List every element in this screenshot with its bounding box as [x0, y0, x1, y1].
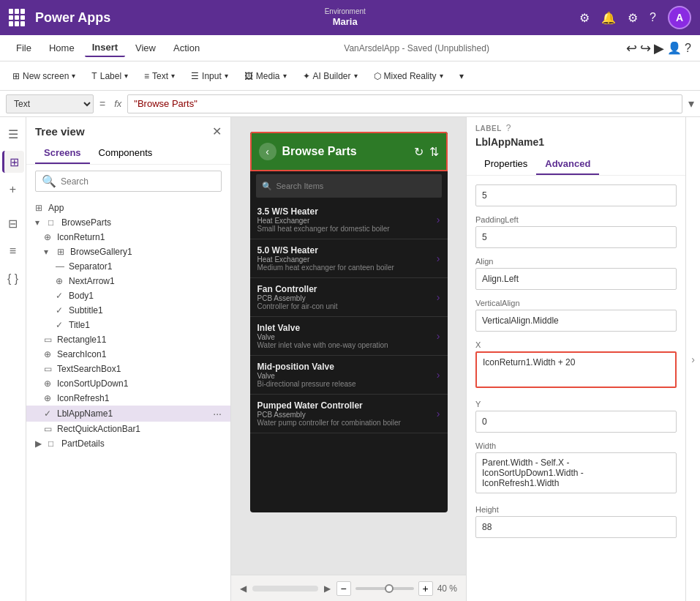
- text-button[interactable]: ≡ Text ▾: [138, 67, 181, 85]
- tree-item-searchicon1[interactable]: ⊕ SearchIcon1: [26, 347, 230, 362]
- phone-search-bar[interactable]: 🔍 Search Items: [256, 174, 442, 198]
- prop-x-input[interactable]: IconReturn1.Width + 20: [475, 351, 677, 388]
- more-toolbar-button[interactable]: ▾: [453, 67, 470, 85]
- tree-item-nextarrow1[interactable]: ⊕ NextArrow1: [26, 274, 230, 288]
- formula-selector[interactable]: Text: [6, 94, 94, 113]
- play-icon[interactable]: ▶: [654, 40, 664, 56]
- tree-item-iconrefresh1[interactable]: ⊕ IconRefresh1: [26, 391, 230, 406]
- input-caret: ▾: [225, 72, 228, 80]
- help-icon[interactable]: ?: [650, 11, 656, 24]
- scroll-right-icon[interactable]: ▶: [324, 583, 331, 594]
- mixed-reality-button[interactable]: ⬡ Mixed Reality ▾: [367, 67, 450, 85]
- zoom-out-button[interactable]: −: [336, 581, 351, 596]
- tree-item-title1[interactable]: ✓ Title1: [26, 318, 230, 332]
- prop-paddingleft-label: PaddingLeft: [475, 215, 677, 224]
- sidebar-menu-icon[interactable]: ☰: [2, 123, 24, 145]
- menu-home[interactable]: Home: [42, 40, 82, 56]
- menu-view[interactable]: View: [128, 40, 163, 56]
- iconreturn-icon: ⊕: [44, 232, 54, 242]
- prop-field-input-0[interactable]: [475, 184, 677, 206]
- phone-item-subtitle: PCB Assembly: [257, 294, 437, 302]
- browseparts-expand-icon: ▾: [35, 217, 45, 228]
- prop-width-input[interactable]: Parent.Width - Self.X - IconSortUpDown1.…: [475, 452, 677, 493]
- waffle-icon[interactable]: [9, 9, 26, 26]
- horizontal-scrollbar[interactable]: [252, 586, 318, 591]
- tree-item-subtitle1[interactable]: ✓ Subtitle1: [26, 303, 230, 318]
- list-item[interactable]: Mid-position Valve Valve Bi-directional …: [250, 356, 448, 395]
- formula-input[interactable]: [127, 94, 682, 113]
- prop-height-input[interactable]: [475, 516, 677, 538]
- tree-item-body1[interactable]: ✓ Body1: [26, 288, 230, 303]
- sidebar-code-icon[interactable]: { }: [2, 268, 24, 290]
- prop-verticalalign-input[interactable]: [475, 310, 677, 332]
- notification-icon[interactable]: 🔔: [601, 11, 616, 25]
- tree-item-rectangle11[interactable]: ▭ Rectangle11: [26, 332, 230, 347]
- zoom-in-button[interactable]: +: [418, 581, 433, 596]
- phone-item-subtitle: Heat Exchanger: [257, 255, 437, 264]
- tree-item-lblappname1[interactable]: ✓ LblAppName1 ···: [26, 406, 230, 422]
- sidebar-data-icon[interactable]: ⊟: [2, 212, 24, 234]
- sidebar-insert-icon[interactable]: +: [2, 179, 24, 201]
- tree-tabs: Screens Components: [26, 143, 230, 165]
- formula-expand-icon[interactable]: ▾: [688, 97, 694, 111]
- scroll-left-icon[interactable]: ◀: [240, 583, 246, 594]
- tree-item-separator1-label: Separator1: [69, 261, 112, 272]
- list-item[interactable]: Fan Controller PCB Assembly Controller f…: [250, 278, 448, 317]
- tree-item-iconreturn1[interactable]: ⊕ IconReturn1: [26, 230, 230, 244]
- menu-action[interactable]: Action: [166, 40, 207, 56]
- tree-tab-components[interactable]: Components: [90, 143, 162, 164]
- tree-tab-screens[interactable]: Screens: [35, 143, 90, 164]
- tree-item-app[interactable]: ⊞ App: [26, 201, 230, 215]
- menu-help-icon[interactable]: ?: [685, 42, 691, 55]
- menu-file[interactable]: File: [9, 40, 39, 56]
- undo-icon[interactable]: ↩: [626, 40, 637, 56]
- connect-icon[interactable]: ⚙: [579, 11, 590, 25]
- input-button[interactable]: ☰ Input ▾: [184, 67, 235, 85]
- menu-insert[interactable]: Insert: [85, 39, 125, 57]
- redo-icon[interactable]: ↪: [640, 40, 651, 56]
- prop-y-input[interactable]: [475, 411, 677, 433]
- tree-item-browseparts[interactable]: ▾ □ BrowseParts: [26, 215, 230, 230]
- label-button[interactable]: T Label ▾: [85, 67, 135, 85]
- sidebar-var-icon[interactable]: ≡: [2, 240, 24, 262]
- tree-item-browsegallery1[interactable]: ▾ ⊞ BrowseGallery1: [26, 244, 230, 259]
- tree-item-dots-menu[interactable]: ···: [213, 408, 222, 419]
- sidebar-tree-icon[interactable]: ⊞: [2, 151, 24, 173]
- tree-item-partdetails[interactable]: ▶ □ PartDetails: [26, 436, 230, 451]
- tree-search-input[interactable]: [61, 176, 215, 187]
- panel-collapse-arrow[interactable]: ›: [685, 117, 700, 601]
- new-screen-button[interactable]: ⊞ New screen ▾: [6, 67, 82, 85]
- list-item[interactable]: Pumped Water Controller PCB Assembly Wat…: [250, 395, 448, 433]
- refresh-action-icon[interactable]: ↻: [414, 145, 424, 159]
- tree-item-separator1[interactable]: — Separator1: [26, 259, 230, 274]
- prop-align-input[interactable]: [475, 268, 677, 290]
- prop-paddingleft-input[interactable]: [475, 226, 677, 248]
- searchicon-icon: ⊕: [44, 349, 54, 359]
- tree-item-iconsortupdown1[interactable]: ⊕ IconSortUpDown1: [26, 376, 230, 391]
- list-item[interactable]: 5.0 W/S Heater Heat Exchanger Medium hea…: [250, 239, 448, 278]
- phone-item-desc: Water inlet valve with one-way operation: [257, 341, 437, 349]
- user-icon[interactable]: 👤: [667, 41, 682, 55]
- ai-builder-button[interactable]: ✦ AI Builder ▾: [296, 67, 364, 85]
- phone-item-desc: Controller for air-con unit: [257, 302, 437, 310]
- sort-action-icon[interactable]: ⇅: [429, 145, 439, 159]
- partdetails-screen-icon: □: [48, 438, 59, 449]
- tree-item-textsearchbox1[interactable]: ▭ TextSearchBox1: [26, 362, 230, 376]
- prop-tab-advanced[interactable]: Advanced: [536, 154, 599, 175]
- prop-tab-properties[interactable]: Properties: [475, 154, 536, 175]
- media-button[interactable]: 🖼 Media ▾: [238, 67, 293, 85]
- list-item[interactable]: 3.5 W/S Heater Heat Exchanger Small heat…: [250, 201, 448, 239]
- tree-close-button[interactable]: ✕: [212, 124, 222, 138]
- prop-help-icon[interactable]: ?: [506, 123, 511, 133]
- tree-search-box[interactable]: 🔍: [35, 171, 222, 192]
- settings-icon[interactable]: ⚙: [628, 11, 638, 25]
- tree-item-rectquickactionbar1[interactable]: ▭ RectQuickActionBar1: [26, 422, 230, 436]
- back-button[interactable]: ‹: [259, 143, 276, 160]
- phone-header[interactable]: ‹ Browse Parts ↻ ⇅: [250, 132, 448, 171]
- new-screen-caret: ▾: [72, 72, 75, 80]
- zoom-slider[interactable]: [355, 587, 414, 590]
- prop-field-align: Align: [467, 254, 685, 296]
- tree-item-searchicon1-label: SearchIcon1: [57, 349, 106, 359]
- list-item[interactable]: Inlet Valve Valve Water inlet valve with…: [250, 317, 448, 356]
- avatar[interactable]: A: [668, 6, 691, 29]
